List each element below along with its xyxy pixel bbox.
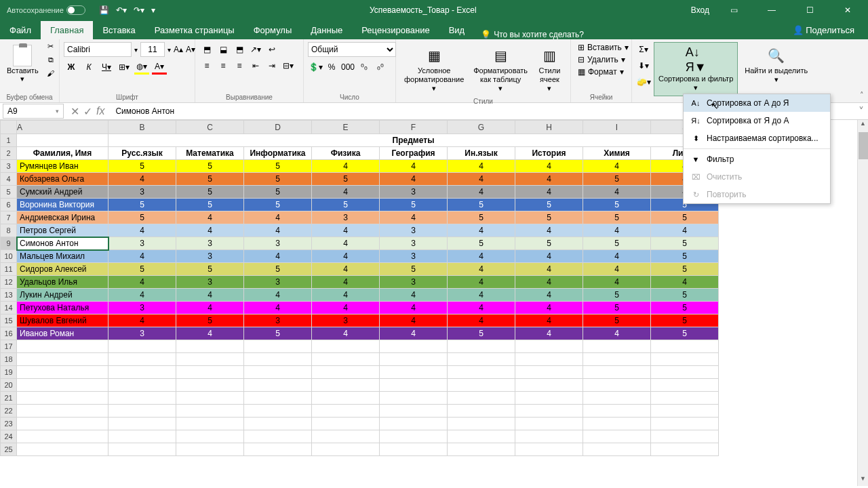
grade-cell[interactable]: 3 xyxy=(380,276,448,289)
empty-cell[interactable] xyxy=(583,418,651,430)
empty-cell[interactable] xyxy=(17,418,108,430)
empty-cell[interactable] xyxy=(244,392,312,405)
scroll-thumb[interactable] xyxy=(859,132,868,159)
empty-cell[interactable] xyxy=(448,366,515,379)
grade-cell[interactable]: 4 xyxy=(583,327,651,340)
format-painter-icon[interactable]: 🖌 xyxy=(44,69,58,81)
row-header-5[interactable]: 5 xyxy=(1,186,17,199)
align-top-icon[interactable]: ⬒ xyxy=(199,42,214,57)
grade-cell[interactable]: 5 xyxy=(651,250,719,263)
empty-cell[interactable] xyxy=(17,353,108,366)
comma-icon[interactable]: 000 xyxy=(340,60,355,75)
grade-cell[interactable]: 5 xyxy=(448,327,515,340)
maximize-icon[interactable]: ☐ xyxy=(796,5,823,15)
grade-cell[interactable]: 4 xyxy=(583,186,651,199)
grade-cell[interactable]: 3 xyxy=(380,237,448,250)
grade-cell[interactable]: 5 xyxy=(448,199,515,211)
row-header-18[interactable]: 18 xyxy=(1,353,17,366)
grade-cell[interactable]: 5 xyxy=(583,314,651,327)
grade-cell[interactable]: 5 xyxy=(651,211,719,224)
name-cell[interactable]: Симонов Антон xyxy=(17,237,108,250)
grade-cell[interactable]: 5 xyxy=(312,173,380,186)
grade-cell[interactable]: 4 xyxy=(651,224,719,237)
empty-cell[interactable] xyxy=(312,340,380,353)
ribbon-display-icon[interactable]: ▭ xyxy=(720,5,747,15)
grade-cell[interactable]: 5 xyxy=(448,211,515,224)
grade-cell[interactable]: 4 xyxy=(583,276,651,289)
autosave-toggle[interactable]: Автосохранение xyxy=(7,5,85,15)
empty-cell[interactable] xyxy=(244,443,312,456)
row-header-2[interactable]: 2 xyxy=(1,147,17,160)
login-link[interactable]: Вход xyxy=(691,5,709,15)
grade-cell[interactable]: 5 xyxy=(583,237,651,250)
grade-cell[interactable]: 5 xyxy=(176,186,244,199)
grade-cell[interactable]: 5 xyxy=(651,314,719,327)
font-name-select[interactable] xyxy=(64,42,132,57)
grade-cell[interactable]: 5 xyxy=(515,237,583,250)
row-header-19[interactable]: 19 xyxy=(1,366,17,379)
cut-icon[interactable]: ✂ xyxy=(44,42,58,54)
empty-cell[interactable] xyxy=(108,443,176,456)
grade-cell[interactable]: 4 xyxy=(312,263,380,276)
empty-cell[interactable] xyxy=(583,392,651,405)
grade-cell[interactable]: 4 xyxy=(312,250,380,263)
grade-cell[interactable]: 3 xyxy=(108,302,176,314)
grade-cell[interactable]: 4 xyxy=(448,263,515,276)
empty-cell[interactable] xyxy=(176,379,244,392)
empty-cell[interactable] xyxy=(312,366,380,379)
grade-cell[interactable]: 4 xyxy=(515,250,583,263)
empty-cell[interactable] xyxy=(583,443,651,456)
empty-cell[interactable] xyxy=(176,430,244,443)
empty-cell[interactable] xyxy=(312,379,380,392)
name-cell[interactable]: Шувалов Евгений xyxy=(17,314,108,327)
grade-cell[interactable]: 4 xyxy=(312,186,380,199)
collapse-ribbon-icon[interactable]: ˄ xyxy=(860,91,864,100)
grade-cell[interactable]: 4 xyxy=(312,289,380,302)
enter-icon[interactable]: ✓ xyxy=(83,105,92,118)
empty-cell[interactable] xyxy=(651,366,719,379)
row-header-9[interactable]: 9 xyxy=(1,237,17,250)
row-header-8[interactable]: 8 xyxy=(1,224,17,237)
merge-center-icon[interactable]: ⊟▾ xyxy=(281,58,296,73)
grade-cell[interactable]: 4 xyxy=(583,160,651,173)
scroll-down-icon[interactable]: ▼ xyxy=(858,475,868,486)
format-as-table-button[interactable]: ▤ Форматировать как таблицу▾ xyxy=(468,42,533,96)
empty-cell[interactable] xyxy=(108,340,176,353)
empty-cell[interactable] xyxy=(651,340,719,353)
row-header-23[interactable]: 23 xyxy=(1,418,17,430)
fill-color-button[interactable]: ◍▾ xyxy=(134,60,149,75)
increase-indent-icon[interactable]: ⇥ xyxy=(264,58,279,73)
grade-cell[interactable]: 4 xyxy=(515,160,583,173)
paste-button[interactable]: Вставить▾ xyxy=(4,42,41,86)
grade-cell[interactable]: 5 xyxy=(583,211,651,224)
empty-cell[interactable] xyxy=(244,379,312,392)
empty-cell[interactable] xyxy=(176,366,244,379)
grade-cell[interactable]: 4 xyxy=(515,263,583,276)
grade-cell[interactable]: 5 xyxy=(651,237,719,250)
fx-icon[interactable]: fx xyxy=(96,105,104,118)
grade-cell[interactable]: 4 xyxy=(312,160,380,173)
grade-cell[interactable]: 4 xyxy=(108,276,176,289)
name-cell[interactable]: Удальцов Илья xyxy=(17,276,108,289)
grade-cell[interactable]: 4 xyxy=(515,173,583,186)
grade-cell[interactable]: 4 xyxy=(448,160,515,173)
grade-cell[interactable]: 4 xyxy=(380,314,448,327)
grade-cell[interactable]: 5 xyxy=(244,263,312,276)
grade-cell[interactable]: 5 xyxy=(651,327,719,340)
row-header-12[interactable]: 12 xyxy=(1,276,17,289)
close-icon[interactable]: ✕ xyxy=(834,5,861,15)
name-cell[interactable]: Мальцев Михаил xyxy=(17,250,108,263)
grade-cell[interactable]: 4 xyxy=(108,289,176,302)
grade-cell[interactable]: 5 xyxy=(312,199,380,211)
row-header-7[interactable]: 7 xyxy=(1,211,17,224)
grade-cell[interactable]: 4 xyxy=(380,173,448,186)
row-header-14[interactable]: 14 xyxy=(1,302,17,314)
grade-cell[interactable]: 5 xyxy=(244,186,312,199)
grade-cell[interactable]: 4 xyxy=(380,211,448,224)
row-header-22[interactable]: 22 xyxy=(1,405,17,418)
clear-icon[interactable]: 🧽▾ xyxy=(636,75,651,89)
align-bottom-icon[interactable]: ⬒ xyxy=(232,42,247,57)
grade-cell[interactable]: 4 xyxy=(515,289,583,302)
align-center-icon[interactable]: ≡ xyxy=(216,58,231,73)
grade-cell[interactable]: 5 xyxy=(583,173,651,186)
